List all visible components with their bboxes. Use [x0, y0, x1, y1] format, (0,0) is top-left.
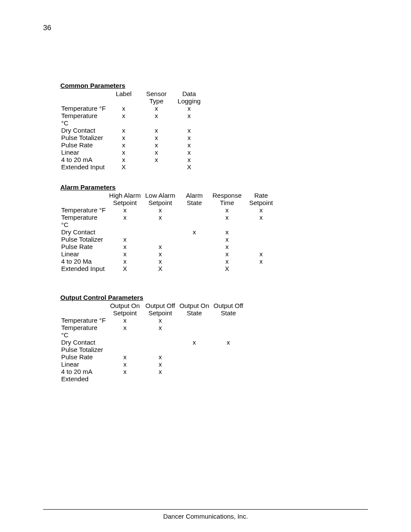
- table-header-row: High Alarm Setpoint Low Alarm Setpoint A…: [60, 192, 279, 206]
- table-row: Dry Contactxx: [60, 339, 246, 346]
- section-title-output: Output Control Parameters: [60, 294, 362, 301]
- row-label: Temperature °F: [60, 105, 107, 112]
- cell: [178, 346, 211, 353]
- row-label: Extended Input: [60, 163, 107, 171]
- cell: x: [107, 206, 143, 214]
- cell: x: [140, 141, 173, 149]
- header-output-on-setpoint: Output On Setpoint: [107, 302, 143, 317]
- page: 36 Common Parameters Label Sensor Type D…: [0, 0, 411, 532]
- row-label: Dry Contact: [60, 339, 107, 346]
- footer-divider: [43, 509, 368, 510]
- cell: [143, 346, 178, 353]
- cell: [107, 339, 143, 346]
- common-parameters-table: Label Sensor Type Data Logging Temperatu…: [60, 90, 206, 171]
- row-label: Temperature °C: [60, 214, 107, 228]
- cell: [178, 353, 211, 361]
- table-row: Pulse Ratexxx: [60, 243, 279, 250]
- table-row: Extended InputXXX: [60, 265, 279, 272]
- cell: x: [107, 141, 140, 149]
- cell: [211, 353, 246, 361]
- cell: [178, 368, 211, 375]
- cell: x: [173, 105, 206, 112]
- cell: [178, 236, 211, 243]
- header-label: Label: [107, 90, 140, 105]
- cell: x: [243, 258, 279, 265]
- table-row: 4 to 20 mAxx: [60, 368, 246, 375]
- cell: X: [107, 265, 143, 272]
- cell: [211, 368, 246, 375]
- cell: x: [211, 236, 243, 243]
- table-row: Pulse Totalizer: [60, 346, 246, 353]
- cell: x: [173, 112, 206, 127]
- cell: x: [140, 105, 173, 112]
- cell: x: [143, 258, 178, 265]
- table-row: Linearxxx: [60, 149, 206, 156]
- cell: [178, 361, 211, 368]
- cell: [211, 375, 246, 383]
- table-row: Pulse Totalizerxxx: [60, 134, 206, 141]
- cell: x: [243, 214, 279, 228]
- cell: x: [107, 361, 143, 368]
- cell: x: [107, 317, 143, 324]
- row-label: Linear: [60, 149, 107, 156]
- cell: [178, 265, 211, 272]
- table-row: Temperature °Fxx: [60, 317, 246, 324]
- row-label: Pulse Rate: [60, 243, 107, 250]
- table-row: Temperature °Cxx: [60, 324, 246, 339]
- cell: [178, 206, 211, 214]
- cell: x: [107, 324, 143, 339]
- row-label: Pulse Rate: [60, 141, 107, 149]
- cell: x: [173, 141, 206, 149]
- cell: X: [107, 163, 140, 171]
- table-header-row: Label Sensor Type Data Logging: [60, 90, 206, 105]
- cell: [143, 228, 178, 236]
- row-label: Extended: [60, 375, 107, 383]
- content-area: Common Parameters Label Sensor Type Data…: [60, 82, 362, 395]
- row-label: Dry Contact: [60, 228, 107, 236]
- cell: [243, 228, 279, 236]
- cell: [243, 265, 279, 272]
- cell: x: [211, 258, 243, 265]
- header-output-off-state: Output Off State: [211, 302, 246, 317]
- header-low-alarm: Low Alarm Setpoint: [143, 192, 178, 206]
- cell: [243, 243, 279, 250]
- header-rate-setpoint: Rate Setpoint: [243, 192, 279, 206]
- cell: x: [107, 156, 140, 163]
- cell: x: [173, 134, 206, 141]
- cell: [178, 258, 211, 265]
- cell: x: [107, 368, 143, 375]
- spacer: [60, 285, 362, 294]
- cell: x: [107, 134, 140, 141]
- row-label: Pulse Totalizer: [60, 134, 107, 141]
- cell: x: [211, 214, 243, 228]
- alarm-parameters-table: High Alarm Setpoint Low Alarm Setpoint A…: [60, 192, 279, 272]
- header-output-off-setpoint: Output Off Setpoint: [143, 302, 178, 317]
- cell: x: [143, 353, 178, 361]
- table-row: Extended InputXX: [60, 163, 206, 171]
- cell: x: [178, 339, 211, 346]
- cell: [178, 214, 211, 228]
- table-row: Temperature °Fxxx: [60, 105, 206, 112]
- cell: [211, 324, 246, 339]
- row-label: Temperature °F: [60, 317, 107, 324]
- row-label: Temperature °C: [60, 112, 107, 127]
- row-label: Pulse Rate: [60, 353, 107, 361]
- section-title-alarm: Alarm Parameters: [60, 184, 362, 191]
- cell: x: [140, 134, 173, 141]
- cell: x: [140, 127, 173, 134]
- cell: x: [107, 105, 140, 112]
- table-header-row: Output On Setpoint Output Off Setpoint O…: [60, 302, 246, 317]
- cell: x: [107, 236, 143, 243]
- cell: [107, 228, 143, 236]
- table-row: Dry Contactxx: [60, 228, 279, 236]
- cell: x: [107, 149, 140, 156]
- cell: x: [107, 258, 143, 265]
- table-row: Extended: [60, 375, 246, 383]
- header-blank: [60, 302, 107, 317]
- cell: [211, 346, 246, 353]
- cell: x: [173, 149, 206, 156]
- row-label: Linear: [60, 250, 107, 258]
- table-row: Dry Contactxxx: [60, 127, 206, 134]
- cell: x: [173, 156, 206, 163]
- cell: [143, 339, 178, 346]
